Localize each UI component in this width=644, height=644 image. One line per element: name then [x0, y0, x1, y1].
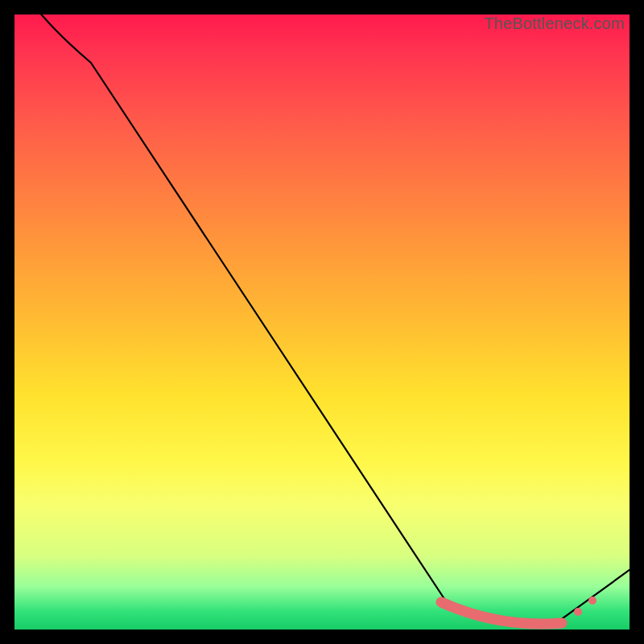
bottleneck-curve-svg: [14, 14, 630, 630]
marker-dots: [574, 597, 597, 616]
svg-point-1: [588, 597, 597, 605]
chart-plot-area: TheBottleneck.com: [14, 14, 630, 630]
valley-highlight-band: [441, 602, 562, 624]
bottleneck-curve-path: [14, 14, 630, 625]
svg-point-0: [574, 608, 582, 616]
